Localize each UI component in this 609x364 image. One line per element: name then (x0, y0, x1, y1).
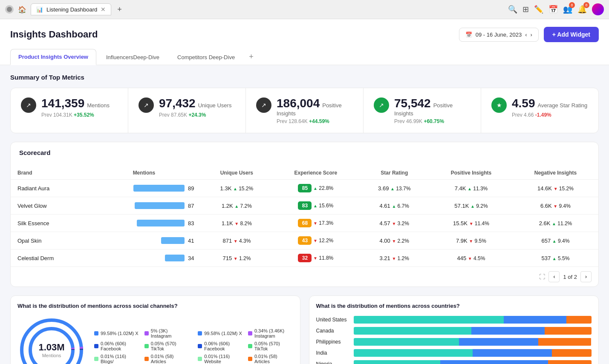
calendar-icon[interactable]: 📅 (548, 5, 558, 14)
tab-competitors[interactable]: Competitors Deep-Dive (169, 49, 243, 65)
col-pos-insights: Positive Insights (430, 166, 513, 180)
cell-pos-insights: 57.1K ▲ 9.2% (430, 197, 513, 215)
legend-item: 0.06% (606) Facebook (94, 340, 139, 352)
mentions-label: Mentions (87, 102, 110, 109)
cell-mentions: 89 (87, 180, 201, 197)
browser-actions: 🔍 ⊞ ✏️ 📅 👥8 🔔8 (508, 3, 604, 15)
page-title: Insights Dashboard (10, 29, 98, 40)
channels-title: What is the distribution of mentions acr… (17, 303, 293, 309)
next-page-button[interactable]: › (580, 271, 592, 282)
add-tab-icon[interactable]: + (245, 50, 258, 64)
legend-item: 99.58% (1.02M) X (94, 327, 139, 339)
calendar-icon: 📅 (465, 32, 472, 38)
cell-unique-users: 715 ▼ 1.2% (201, 249, 272, 267)
browser-chrome: 🏠 📊 Listening Dashboard ✕ + 🔍 ⊞ ✏️ 📅 👥8 … (0, 0, 609, 19)
donut-section: 1.03M Mentions 99.58% (1.02M) X5% (3K) I… (17, 316, 293, 364)
pagination-bar: ⛶ ‹ 1 of 2 › (11, 267, 598, 287)
app-header: Insights Dashboard 📅 09 - 16 June, 2023 … (0, 19, 609, 65)
tabs-row: Product Insights Overview InfluencersDee… (10, 49, 599, 65)
search-icon[interactable]: 🔍 (508, 5, 517, 14)
edit-icon[interactable]: ✏️ (534, 5, 543, 14)
cell-star-rating: 3.21 ▼ 1.2% (359, 249, 430, 267)
country-name: India (316, 350, 350, 356)
cell-star-rating: 4.61 ▲ 6.7% (359, 197, 430, 215)
channels-legend2: 99.58% (1.02M) X0.34% (3.46K) Instagram0… (198, 327, 293, 364)
country-bar-row: India (316, 349, 592, 357)
table-row: Radiant Aura 89 1.3K ▲ 15.2% 85 ▲ 22.8% … (11, 180, 598, 197)
legend-item: 5% (3K) Instagram (144, 327, 190, 339)
cell-mentions: 41 (87, 232, 201, 249)
cell-brand: Silk Essence (11, 215, 87, 232)
cell-unique-users: 1.3K ▲ 15.2% (201, 180, 272, 197)
mentions-icon: ↗ (21, 97, 36, 113)
expand-icon[interactable]: ⛶ (539, 273, 545, 280)
unique-users-label: Unique Users (198, 102, 232, 109)
legend-item: 0.01% (58) Articles (144, 353, 190, 364)
chevron-left-icon[interactable]: ‹ (525, 32, 527, 38)
summary-section-title: Summary of Top Metrics (10, 74, 599, 81)
chevron-right-icon[interactable]: › (530, 32, 532, 38)
cell-brand: Celestial Derm (11, 249, 87, 267)
legend-item: 0.05% (570) TikTok (144, 340, 190, 352)
col-star-rating: Star Rating (359, 166, 430, 180)
col-mentions[interactable]: Mentions (87, 166, 201, 180)
country-name: Nigeria (316, 361, 350, 364)
country-name: United States (316, 317, 350, 323)
date-range-label: 09 - 16 June, 2023 (476, 32, 522, 38)
cell-neg-insights: 6.6K ▼ 9.4% (513, 197, 598, 215)
mentions-value: 141,359 (41, 97, 84, 110)
grid-icon[interactable]: ⊞ (522, 5, 529, 14)
scorecard-section: Scorecard Brand Mentions Unique Users Ex… (10, 142, 599, 287)
channels-legend: 99.58% (1.02M) X5% (3K) Instagram0.06% (… (94, 327, 189, 364)
bottom-panels: What is the distribution of mentions acr… (10, 295, 599, 364)
add-widget-button[interactable]: + Add Widget (544, 27, 599, 42)
cell-unique-users: 1.2K ▲ 7.2% (201, 197, 272, 215)
scorecard-title: Scorecard (19, 149, 590, 156)
metric-unique-users: ↗ 97,432Unique Users Prev 87.65K +24.3% (128, 88, 246, 133)
close-icon[interactable]: ✕ (101, 6, 106, 13)
svg-point-0 (7, 7, 12, 12)
cell-pos-insights: 7.9K ▼ 9.5% (430, 232, 513, 249)
cell-exp-score: 43 ▼ 12.2% (272, 232, 359, 249)
positive-insights-2-prev: Prev 46.99K +60.75% (394, 118, 470, 124)
table-row: Celestial Derm 34 715 ▼ 1.2% 32 ▼ 11.8% … (11, 249, 598, 267)
cell-star-rating: 4.57 ▼ 3.2% (359, 215, 430, 232)
cell-neg-insights: 2.6K ▲ 11.2% (513, 215, 598, 232)
country-bar-row: Nigeria (316, 360, 592, 364)
positive-insights-prev: Prev 128.64K +44.59% (277, 118, 353, 124)
cell-exp-score: 68 ▼ 17.3% (272, 215, 359, 232)
legend-item: 0.06% (606) Facebook (198, 340, 243, 352)
legend-item: 0.01% (58) Articles (248, 353, 293, 364)
countries-title: What is the distribution of mentions acr… (316, 303, 592, 309)
main-content: Summary of Top Metrics ↗ 141,359Mentions… (0, 65, 609, 364)
donut-label: Mentions (38, 353, 64, 358)
country-bar-row: Philippines (316, 338, 592, 346)
col-brand: Brand (11, 166, 87, 180)
bell-icon[interactable]: 🔔8 (577, 5, 587, 14)
prev-page-button[interactable]: ‹ (548, 271, 560, 282)
table-row: Velvet Glow 87 1.2K ▲ 7.2% 83 ▲ 15.6% 4.… (11, 197, 598, 215)
country-bar-row: Canada (316, 327, 592, 335)
tab-product-insights[interactable]: Product Insights Overview (10, 49, 96, 65)
legend-item: 0.01% (116) Website (198, 353, 243, 364)
positive-insights-value: 186,004 (277, 97, 320, 110)
legend-item: 0.05% (570) TikTok (248, 340, 293, 352)
cell-pos-insights: 15.5K ▼ 11.4% (430, 215, 513, 232)
cell-mentions: 83 (87, 215, 201, 232)
new-tab-icon[interactable]: + (117, 5, 122, 14)
cell-neg-insights: 537 ▲ 5.5% (513, 249, 598, 267)
date-range-button[interactable]: 📅 09 - 16 June, 2023 ‹ › (459, 28, 539, 42)
browser-logo (5, 5, 14, 14)
tab-influencers[interactable]: InfluencersDeep-Dive (98, 49, 167, 65)
legend-item: 0.01% (116) Blogs/ (94, 353, 139, 364)
avatar[interactable] (592, 3, 604, 15)
unique-users-prev: Prev 87.65K +24.3% (159, 112, 231, 118)
home-icon[interactable]: 🏠 (18, 6, 26, 14)
legend-item: 0.34% (3.46K) Instagram (248, 327, 293, 339)
users-icon[interactable]: 👥8 (563, 5, 572, 14)
col-exp-score: Experience Score (272, 166, 359, 180)
legend-item: 99.58% (1.02M) X (198, 327, 243, 339)
donut-chart: 1.03M Mentions (17, 316, 86, 364)
browser-tab[interactable]: 📊 Listening Dashboard ✕ (31, 3, 111, 15)
unique-users-value: 97,432 (159, 97, 196, 110)
